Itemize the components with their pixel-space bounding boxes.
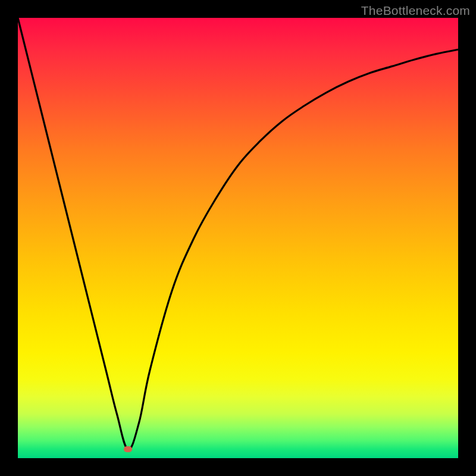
curve-svg	[18, 18, 458, 458]
bottleneck-curve	[18, 18, 458, 449]
optimum-marker	[124, 446, 132, 452]
chart-frame: TheBottleneck.com	[0, 0, 476, 476]
watermark-text: TheBottleneck.com	[361, 4, 470, 18]
plot-area	[18, 18, 458, 458]
